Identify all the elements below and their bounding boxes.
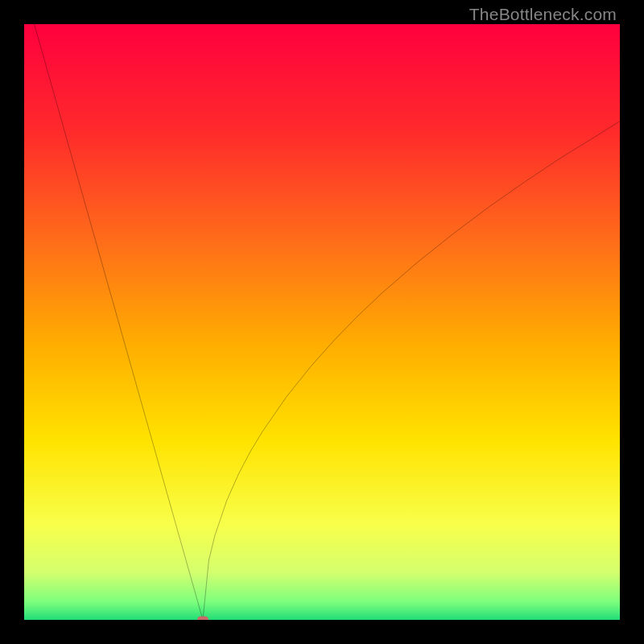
watermark-text: TheBottleneck.com xyxy=(469,5,617,24)
chart-frame: { "watermark": "TheBottleneck.com", "cha… xyxy=(0,0,644,644)
minimum-marker xyxy=(197,617,208,621)
gradient-background xyxy=(24,24,620,620)
plot-area xyxy=(24,24,620,620)
svg-rect-0 xyxy=(24,24,620,620)
